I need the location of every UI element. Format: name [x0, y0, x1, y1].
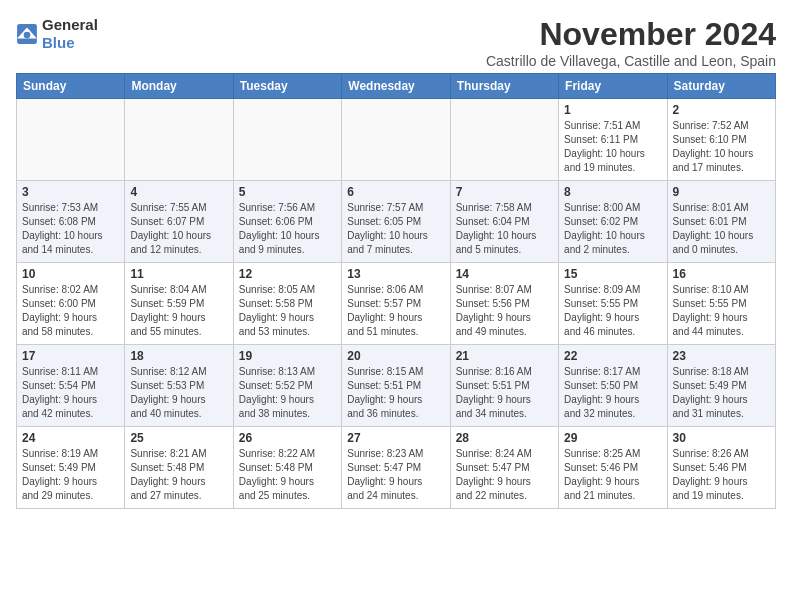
calendar-cell — [450, 99, 558, 181]
day-number: 29 — [564, 431, 661, 445]
calendar-cell: 16Sunrise: 8:10 AM Sunset: 5:55 PM Dayli… — [667, 263, 775, 345]
calendar-cell: 7Sunrise: 7:58 AM Sunset: 6:04 PM Daylig… — [450, 181, 558, 263]
day-number: 26 — [239, 431, 336, 445]
day-info: Sunrise: 8:00 AM Sunset: 6:02 PM Dayligh… — [564, 201, 661, 257]
calendar-cell: 4Sunrise: 7:55 AM Sunset: 6:07 PM Daylig… — [125, 181, 233, 263]
day-number: 27 — [347, 431, 444, 445]
day-number: 5 — [239, 185, 336, 199]
day-number: 20 — [347, 349, 444, 363]
logo: General Blue — [16, 16, 98, 52]
day-number: 28 — [456, 431, 553, 445]
day-info: Sunrise: 7:51 AM Sunset: 6:11 PM Dayligh… — [564, 119, 661, 175]
title-area: November 2024 Castrillo de Villavega, Ca… — [486, 16, 776, 69]
day-number: 23 — [673, 349, 770, 363]
day-number: 30 — [673, 431, 770, 445]
calendar-cell: 24Sunrise: 8:19 AM Sunset: 5:49 PM Dayli… — [17, 427, 125, 509]
day-info: Sunrise: 8:18 AM Sunset: 5:49 PM Dayligh… — [673, 365, 770, 421]
day-number: 2 — [673, 103, 770, 117]
calendar-cell: 19Sunrise: 8:13 AM Sunset: 5:52 PM Dayli… — [233, 345, 341, 427]
logo-icon — [16, 23, 38, 45]
location-title: Castrillo de Villavega, Castille and Leo… — [486, 53, 776, 69]
week-row-5: 24Sunrise: 8:19 AM Sunset: 5:49 PM Dayli… — [17, 427, 776, 509]
day-info: Sunrise: 8:21 AM Sunset: 5:48 PM Dayligh… — [130, 447, 227, 503]
calendar-cell: 12Sunrise: 8:05 AM Sunset: 5:58 PM Dayli… — [233, 263, 341, 345]
weekday-header-monday: Monday — [125, 74, 233, 99]
calendar-cell: 17Sunrise: 8:11 AM Sunset: 5:54 PM Dayli… — [17, 345, 125, 427]
day-number: 17 — [22, 349, 119, 363]
day-info: Sunrise: 7:57 AM Sunset: 6:05 PM Dayligh… — [347, 201, 444, 257]
calendar-cell: 14Sunrise: 8:07 AM Sunset: 5:56 PM Dayli… — [450, 263, 558, 345]
day-number: 11 — [130, 267, 227, 281]
day-info: Sunrise: 8:26 AM Sunset: 5:46 PM Dayligh… — [673, 447, 770, 503]
day-info: Sunrise: 8:17 AM Sunset: 5:50 PM Dayligh… — [564, 365, 661, 421]
weekday-header-friday: Friday — [559, 74, 667, 99]
day-info: Sunrise: 8:24 AM Sunset: 5:47 PM Dayligh… — [456, 447, 553, 503]
calendar-cell: 28Sunrise: 8:24 AM Sunset: 5:47 PM Dayli… — [450, 427, 558, 509]
day-info: Sunrise: 8:15 AM Sunset: 5:51 PM Dayligh… — [347, 365, 444, 421]
week-row-4: 17Sunrise: 8:11 AM Sunset: 5:54 PM Dayli… — [17, 345, 776, 427]
weekday-header-sunday: Sunday — [17, 74, 125, 99]
calendar-cell: 18Sunrise: 8:12 AM Sunset: 5:53 PM Dayli… — [125, 345, 233, 427]
day-info: Sunrise: 8:10 AM Sunset: 5:55 PM Dayligh… — [673, 283, 770, 339]
day-number: 14 — [456, 267, 553, 281]
logo-text: General Blue — [42, 16, 98, 52]
calendar-cell: 20Sunrise: 8:15 AM Sunset: 5:51 PM Dayli… — [342, 345, 450, 427]
day-info: Sunrise: 8:19 AM Sunset: 5:49 PM Dayligh… — [22, 447, 119, 503]
day-number: 8 — [564, 185, 661, 199]
day-info: Sunrise: 7:55 AM Sunset: 6:07 PM Dayligh… — [130, 201, 227, 257]
calendar-cell: 5Sunrise: 7:56 AM Sunset: 6:06 PM Daylig… — [233, 181, 341, 263]
day-number: 12 — [239, 267, 336, 281]
day-info: Sunrise: 8:09 AM Sunset: 5:55 PM Dayligh… — [564, 283, 661, 339]
calendar-cell: 27Sunrise: 8:23 AM Sunset: 5:47 PM Dayli… — [342, 427, 450, 509]
day-info: Sunrise: 8:22 AM Sunset: 5:48 PM Dayligh… — [239, 447, 336, 503]
day-info: Sunrise: 8:07 AM Sunset: 5:56 PM Dayligh… — [456, 283, 553, 339]
calendar-cell — [233, 99, 341, 181]
day-number: 16 — [673, 267, 770, 281]
day-number: 21 — [456, 349, 553, 363]
day-number: 6 — [347, 185, 444, 199]
day-info: Sunrise: 8:11 AM Sunset: 5:54 PM Dayligh… — [22, 365, 119, 421]
day-info: Sunrise: 8:06 AM Sunset: 5:57 PM Dayligh… — [347, 283, 444, 339]
calendar-cell: 11Sunrise: 8:04 AM Sunset: 5:59 PM Dayli… — [125, 263, 233, 345]
weekday-header-thursday: Thursday — [450, 74, 558, 99]
calendar-cell: 23Sunrise: 8:18 AM Sunset: 5:49 PM Dayli… — [667, 345, 775, 427]
day-info: Sunrise: 8:25 AM Sunset: 5:46 PM Dayligh… — [564, 447, 661, 503]
calendar-cell: 3Sunrise: 7:53 AM Sunset: 6:08 PM Daylig… — [17, 181, 125, 263]
weekday-header-saturday: Saturday — [667, 74, 775, 99]
day-number: 10 — [22, 267, 119, 281]
day-number: 1 — [564, 103, 661, 117]
day-number: 18 — [130, 349, 227, 363]
week-row-3: 10Sunrise: 8:02 AM Sunset: 6:00 PM Dayli… — [17, 263, 776, 345]
calendar-cell: 26Sunrise: 8:22 AM Sunset: 5:48 PM Dayli… — [233, 427, 341, 509]
calendar-cell: 21Sunrise: 8:16 AM Sunset: 5:51 PM Dayli… — [450, 345, 558, 427]
month-title: November 2024 — [486, 16, 776, 53]
calendar-cell: 1Sunrise: 7:51 AM Sunset: 6:11 PM Daylig… — [559, 99, 667, 181]
calendar-cell: 25Sunrise: 8:21 AM Sunset: 5:48 PM Dayli… — [125, 427, 233, 509]
calendar-cell — [342, 99, 450, 181]
calendar-table: SundayMondayTuesdayWednesdayThursdayFrid… — [16, 73, 776, 509]
logo-blue: Blue — [42, 34, 75, 51]
day-number: 13 — [347, 267, 444, 281]
day-number: 7 — [456, 185, 553, 199]
day-number: 9 — [673, 185, 770, 199]
day-number: 4 — [130, 185, 227, 199]
weekday-header-wednesday: Wednesday — [342, 74, 450, 99]
day-info: Sunrise: 8:23 AM Sunset: 5:47 PM Dayligh… — [347, 447, 444, 503]
calendar-cell: 30Sunrise: 8:26 AM Sunset: 5:46 PM Dayli… — [667, 427, 775, 509]
calendar-cell — [125, 99, 233, 181]
calendar-cell: 15Sunrise: 8:09 AM Sunset: 5:55 PM Dayli… — [559, 263, 667, 345]
weekday-header-row: SundayMondayTuesdayWednesdayThursdayFrid… — [17, 74, 776, 99]
calendar-cell: 22Sunrise: 8:17 AM Sunset: 5:50 PM Dayli… — [559, 345, 667, 427]
calendar-cell: 13Sunrise: 8:06 AM Sunset: 5:57 PM Dayli… — [342, 263, 450, 345]
week-row-2: 3Sunrise: 7:53 AM Sunset: 6:08 PM Daylig… — [17, 181, 776, 263]
day-info: Sunrise: 7:53 AM Sunset: 6:08 PM Dayligh… — [22, 201, 119, 257]
calendar-cell: 9Sunrise: 8:01 AM Sunset: 6:01 PM Daylig… — [667, 181, 775, 263]
day-number: 3 — [22, 185, 119, 199]
day-info: Sunrise: 7:52 AM Sunset: 6:10 PM Dayligh… — [673, 119, 770, 175]
calendar-cell: 10Sunrise: 8:02 AM Sunset: 6:00 PM Dayli… — [17, 263, 125, 345]
day-info: Sunrise: 8:13 AM Sunset: 5:52 PM Dayligh… — [239, 365, 336, 421]
day-info: Sunrise: 8:04 AM Sunset: 5:59 PM Dayligh… — [130, 283, 227, 339]
day-info: Sunrise: 8:02 AM Sunset: 6:00 PM Dayligh… — [22, 283, 119, 339]
logo-general: General — [42, 16, 98, 33]
svg-point-2 — [24, 32, 31, 39]
